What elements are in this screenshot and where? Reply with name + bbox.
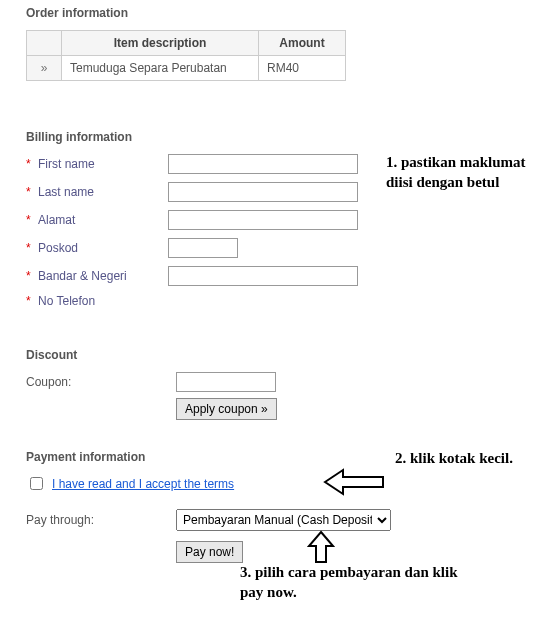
input-first-name[interactable] <box>168 154 358 174</box>
table-row: » Temuduga Separa Perubatan RM40 <box>27 56 346 81</box>
required-asterisk: * <box>26 294 38 308</box>
arrow-left-icon <box>323 467 388 497</box>
order-section-title: Order information <box>26 6 346 20</box>
annotation-1: 1. pastikan maklumat diisi dengan betul <box>386 152 546 193</box>
input-bandar[interactable] <box>168 266 358 286</box>
svg-marker-1 <box>309 532 333 562</box>
required-asterisk: * <box>26 213 38 227</box>
input-alamat[interactable] <box>168 210 358 230</box>
apply-coupon-button[interactable]: Apply coupon » <box>176 398 277 420</box>
discount-section-title: Discount <box>26 348 366 362</box>
label-bandar: Bandar & Negeri <box>38 269 168 283</box>
billing-section-title: Billing information <box>26 130 386 144</box>
payment-section-title: Payment information <box>26 450 426 464</box>
coupon-label: Coupon: <box>26 375 166 389</box>
input-poskod[interactable] <box>168 238 238 258</box>
row-marker: » <box>27 56 62 81</box>
terms-link[interactable]: I have read and I accept the terms <box>52 477 234 491</box>
col-amount: Amount <box>259 31 346 56</box>
pay-now-button[interactable]: Pay now! <box>176 541 243 563</box>
item-amount: RM40 <box>259 56 346 81</box>
accept-terms-checkbox[interactable] <box>30 477 43 490</box>
annotation-2: 2. klik kotak kecil. <box>395 448 555 468</box>
label-last-name: Last name <box>38 185 168 199</box>
label-poskod: Poskod <box>38 241 168 255</box>
required-asterisk: * <box>26 269 38 283</box>
order-table: Item description Amount » Temuduga Separ… <box>26 30 346 81</box>
item-name: Temuduga Separa Perubatan <box>62 56 259 81</box>
svg-marker-0 <box>325 470 383 494</box>
arrow-up-icon <box>306 530 336 564</box>
label-first-name: First name <box>38 157 168 171</box>
pay-through-label: Pay through: <box>26 513 176 527</box>
required-asterisk: * <box>26 157 38 171</box>
input-last-name[interactable] <box>168 182 358 202</box>
annotation-3: 3. pilih cara pembayaran dan klik pay no… <box>240 562 460 603</box>
label-phone: No Telefon <box>38 294 168 308</box>
required-asterisk: * <box>26 241 38 255</box>
label-alamat: Alamat <box>38 213 168 227</box>
pay-method-select[interactable]: Pembayaran Manual (Cash Deposit) <box>176 509 391 531</box>
col-item-description: Item description <box>62 31 259 56</box>
input-coupon[interactable] <box>176 372 276 392</box>
required-asterisk: * <box>26 185 38 199</box>
